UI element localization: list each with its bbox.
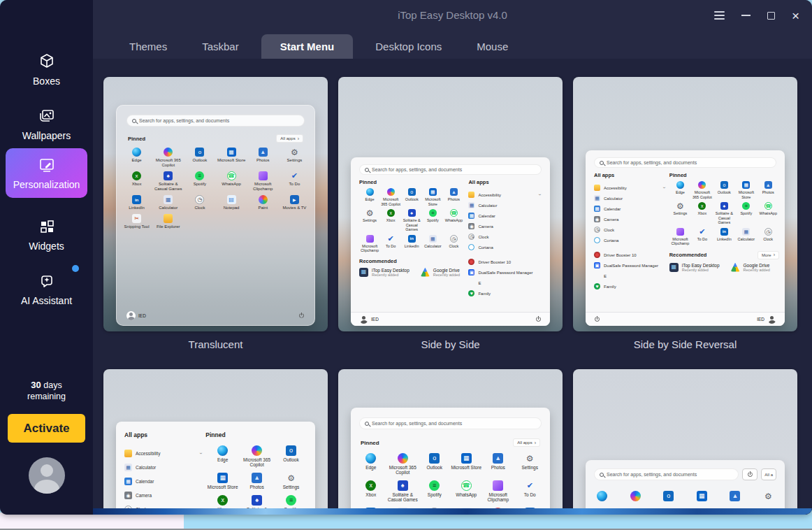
maximize-icon[interactable] <box>767 12 775 20</box>
app-icon: in <box>132 195 141 204</box>
app-icon: ☎ <box>450 209 458 217</box>
app-icon <box>594 185 600 191</box>
tab-desktop-icons[interactable]: Desktop Icons <box>363 34 454 59</box>
minimize-icon[interactable] <box>741 15 751 16</box>
desktop-background-left <box>0 513 184 530</box>
app-shortcut: ◷ Clock <box>184 195 215 210</box>
app-icon <box>468 280 474 286</box>
all-apps-list-item: ◉ Camera <box>124 492 205 499</box>
app-icon: ☎ <box>461 480 472 491</box>
app-name: Edge <box>365 465 376 470</box>
sidebar-item-wallpapers[interactable]: Wallpapers <box>6 99 87 149</box>
app-shortcut: ☎ WhatsApp <box>451 480 483 502</box>
app-shortcut: Edge <box>205 445 240 467</box>
app-shortcut: in LinkedIn <box>713 228 735 246</box>
user-avatar[interactable] <box>29 457 65 494</box>
sidebar-item-personalization[interactable]: Personalization <box>6 148 87 198</box>
all-apps-list: Accessibility › ▦ Calculator ▦ <box>124 450 205 515</box>
app-name: Settings <box>363 218 377 223</box>
app-name: WhatsApp <box>222 182 241 187</box>
app-icon: x <box>132 171 141 180</box>
all-apps-button: All apps› <box>276 134 303 143</box>
app-icon: ☎ <box>227 171 236 180</box>
app-name: To Do <box>697 237 707 242</box>
tab-taskbar[interactable]: Taskbar <box>189 34 252 59</box>
app-icon: ◷ <box>450 235 458 243</box>
app-icon: ▦ <box>461 453 472 464</box>
app-icon <box>252 445 262 456</box>
style-card-side-by-side-reversal[interactable]: Search for apps, settings, and documents… <box>573 77 797 331</box>
app-shortcut: Microsoft 365 Copilot <box>240 445 274 467</box>
main-area: iTop Easy Desktop v4.0 × Themes Taskbar … <box>93 0 812 515</box>
app-name: LinkedIn <box>717 237 732 242</box>
app-name: Microsoft 365 Copilot <box>152 158 184 168</box>
app-name: Spotify <box>427 218 439 223</box>
app-icon: ♠ <box>398 480 408 491</box>
activate-button[interactable]: Activate <box>8 414 85 443</box>
app-name: Xbox <box>386 218 396 223</box>
app-icon: ▶ <box>290 195 299 204</box>
app-icon: ▣ <box>594 262 600 268</box>
tab-mouse[interactable]: Mouse <box>464 34 521 59</box>
all-apps-list: Accessibility › ▦ Calculator ▦ <box>468 192 544 250</box>
app-icon: x <box>387 209 395 217</box>
app-shortcut: o Outlook <box>184 148 215 168</box>
app-shortcut: ♠ Solitaire & Casual Games <box>387 480 419 502</box>
app-name: Xbox <box>698 211 707 216</box>
app-icon: ⚙ <box>763 491 774 501</box>
all-apps-label: All apps <box>594 172 669 178</box>
card-label: Side by Side Reversal <box>573 338 797 350</box>
style-card-side-by-side[interactable]: Search for apps, settings, and documents… <box>338 77 563 331</box>
app-icon: ▦ <box>594 195 600 201</box>
app-name: Xbox <box>365 492 376 497</box>
chevron-right-icon: › <box>535 441 536 445</box>
style-card-translucent[interactable]: Search for apps, settings, and documents… <box>103 77 328 331</box>
user-name: IED <box>757 317 764 322</box>
tab-themes[interactable]: Themes <box>117 34 180 59</box>
app-name: Microsoft Clipchamp <box>247 182 279 192</box>
app-shortcut: x Xbox <box>121 171 152 192</box>
app-name: Movies & TV <box>282 206 306 210</box>
app-shortcut: ≡ Spotify <box>735 202 757 225</box>
sidebar-item-boxes[interactable]: Boxes <box>6 45 87 94</box>
tab-start-menu[interactable]: Start Menu <box>261 34 354 59</box>
power-icon <box>535 316 542 322</box>
style-card-all-apps-left[interactable]: All apps Accessibility › ▦ <box>103 369 328 515</box>
app-icon: o <box>408 188 416 196</box>
pinned-apps-grid: Edge Microsoft 365 Copilot o Outlook ▦ M <box>355 453 546 515</box>
app-icon: o <box>663 491 674 501</box>
sidebar-item-label: AI Assistant <box>21 295 72 306</box>
app-name: Settings <box>673 211 687 216</box>
app-name: To Do <box>289 182 300 187</box>
all-apps-label: All apps <box>468 179 544 185</box>
app-name: Snipping Tool <box>124 224 150 229</box>
app-icon: ◉ <box>594 216 600 222</box>
recommended-item: ▦ iTop Easy DesktopRecently added <box>669 263 720 272</box>
style-card-compact[interactable]: Search for apps, settings, and documents… <box>573 369 797 515</box>
start-menu-preview: Search for apps, settings, and documents… <box>586 460 785 515</box>
recommended-label: Recommended <box>359 258 464 264</box>
all-apps-list-item: ♥ Family <box>468 290 544 296</box>
app-icon <box>468 244 474 250</box>
pinned-label: Pinned <box>361 440 379 446</box>
recommended-item: Google DriveRecently added <box>731 263 770 272</box>
close-icon[interactable]: × <box>792 9 799 22</box>
app-name: Settings <box>283 485 300 489</box>
app-icon <box>493 480 503 491</box>
app-name: Edge <box>132 158 142 163</box>
menu-icon[interactable] <box>714 11 725 20</box>
sidebar-item-widgets[interactable]: Widgets <box>6 210 87 259</box>
app-shortcut: x Xbox <box>380 209 401 232</box>
style-card-default[interactable]: Search for apps, settings, and documents… <box>338 369 563 515</box>
app-icon: ▦ <box>429 188 437 196</box>
start-menu-preview: All apps Accessibility › ▦ <box>116 422 315 515</box>
app-icon: ▲ <box>252 473 262 483</box>
app-icon: ≡ <box>429 480 440 491</box>
app-icon: ▲ <box>259 148 268 157</box>
app-icon <box>217 445 228 456</box>
app-shortcut: ▦ Microsoft Store <box>451 453 483 475</box>
app-icon: ▦ <box>742 228 750 236</box>
chevron-right-icon: › <box>774 253 775 257</box>
app-shortcut: ✔ To Do <box>380 235 401 253</box>
app-name: Microsoft Clipchamp <box>482 492 514 502</box>
